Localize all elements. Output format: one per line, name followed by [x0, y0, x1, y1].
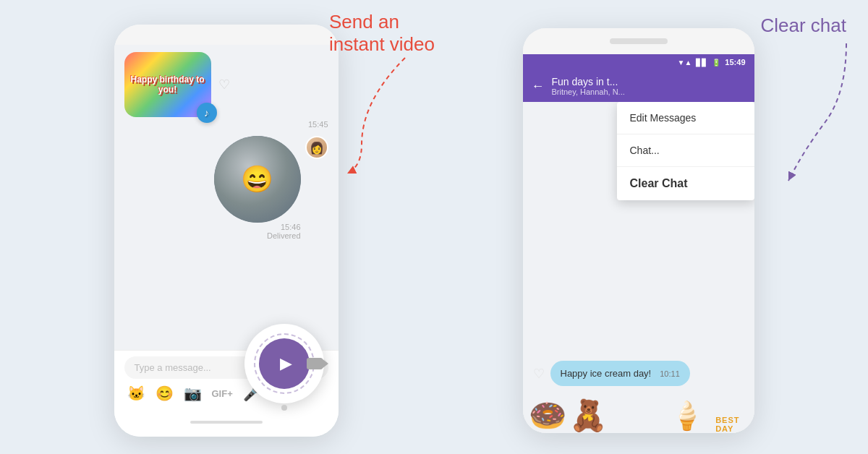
bubble-heart-icon[interactable]: ♡: [533, 366, 545, 382]
sticker-image: Happy birthday to you! ♪: [124, 52, 211, 117]
camera-wing: [307, 358, 323, 369]
video-message: 👩 😄 15:46 Delivered: [124, 136, 328, 240]
music-badge: ♪: [197, 103, 217, 123]
input-placeholder: Type a message...: [135, 362, 211, 373]
video-button-callout: ▶: [244, 324, 324, 403]
avatar: 👩: [305, 136, 328, 159]
right-phone: ▼▲ ▊▊ 🔋 15:49 ← Fun days in t... Britney…: [523, 28, 754, 433]
speaker-bar: [610, 38, 668, 44]
video-record-button[interactable]: ▶: [259, 338, 310, 389]
annotation-line2: instant video: [329, 33, 435, 56]
left-status-bar: [114, 25, 339, 45]
chat-header: ← Fun days in t... Britney, Hannah, N...: [523, 70, 754, 102]
chat-subtitle: Britney, Hannah, N...: [552, 87, 746, 96]
home-indicator: [190, 421, 263, 424]
donut-sticker: 🍩: [529, 398, 566, 433]
menu-item-chat[interactable]: Chat...: [617, 134, 754, 167]
video-time: 15:46: [267, 223, 300, 231]
bubble-text: Happy ice cream day!: [561, 368, 652, 379]
gif-icon[interactable]: GIF+: [212, 388, 233, 399]
annotation-line1: Send an: [329, 11, 399, 33]
camera-wing-tip: [322, 359, 328, 369]
left-annotation: Send an instant video: [329, 11, 435, 56]
right-annotation-text: Clear chat: [761, 14, 847, 37]
menu-item-edit-messages[interactable]: Edit Messages: [617, 102, 754, 134]
chat-title: Fun days in t...: [552, 76, 746, 87]
video-time-info: 15:46 Delivered: [267, 223, 300, 240]
video-circle[interactable]: 😄: [214, 136, 301, 223]
heart-icon[interactable]: ♡: [218, 77, 230, 93]
sticker-text: Happy birthday to you!: [127, 74, 208, 95]
right-chat-area: Edit Messages Chat... Clear Chat ♡ Happy…: [523, 102, 754, 433]
back-button[interactable]: ←: [532, 79, 545, 94]
ice-cream-bubble: Happy ice cream day! 10:11: [550, 361, 690, 386]
right-annotation: Clear chat: [761, 14, 847, 37]
camera-wing-area: [307, 358, 323, 369]
context-menu: Edit Messages Chat... Clear Chat: [617, 102, 754, 200]
bear-sticker: 🧸: [569, 398, 607, 433]
menu-item-clear-chat[interactable]: Clear Chat: [617, 167, 754, 200]
sticker-time: 15:45: [308, 120, 328, 129]
chat-info: Fun days in t... Britney, Hannah, N...: [552, 76, 746, 96]
main-scene: Happy birthday to you! ♪ ♡ 15:45 👩 😄 15:…: [0, 0, 868, 454]
icecream-sticker: 🍦: [670, 400, 704, 432]
delivered-status: Delivered: [267, 231, 300, 240]
battery-icon: 🔋: [712, 59, 720, 67]
camera-icon[interactable]: 📷: [184, 385, 202, 402]
right-status-bar: ▼▲ ▊▊ 🔋 15:49: [523, 54, 754, 70]
sticker-row: 🍩 🧸 BESTDAY 🍦: [523, 386, 754, 433]
home-bar: [114, 408, 339, 437]
wifi-icon: ▼▲: [678, 59, 692, 67]
dashed-arrow-right: [767, 36, 854, 195]
dot-indicator: [281, 405, 287, 411]
signal-icon: ▊▊: [696, 59, 707, 67]
video-record-button-circle[interactable]: ▶: [244, 324, 324, 403]
bubble-time: 10:11: [660, 369, 680, 378]
sticker-message: Happy birthday to you! ♪ ♡ 15:45: [124, 52, 328, 129]
bubble-row: ♡ Happy ice cream day! 10:11: [523, 361, 754, 386]
play-icon: ▶: [280, 354, 292, 373]
top-speaker: [523, 28, 754, 54]
best-day-label: BESTDAY: [715, 416, 739, 433]
sticker-icon[interactable]: 🐱: [127, 385, 145, 402]
video-thumbnail: 😄: [214, 136, 301, 223]
status-time: 15:49: [725, 58, 745, 67]
left-chat-area: Happy birthday to you! ♪ ♡ 15:45 👩 😄 15:…: [114, 45, 339, 350]
emoji-icon[interactable]: 😊: [156, 385, 174, 402]
